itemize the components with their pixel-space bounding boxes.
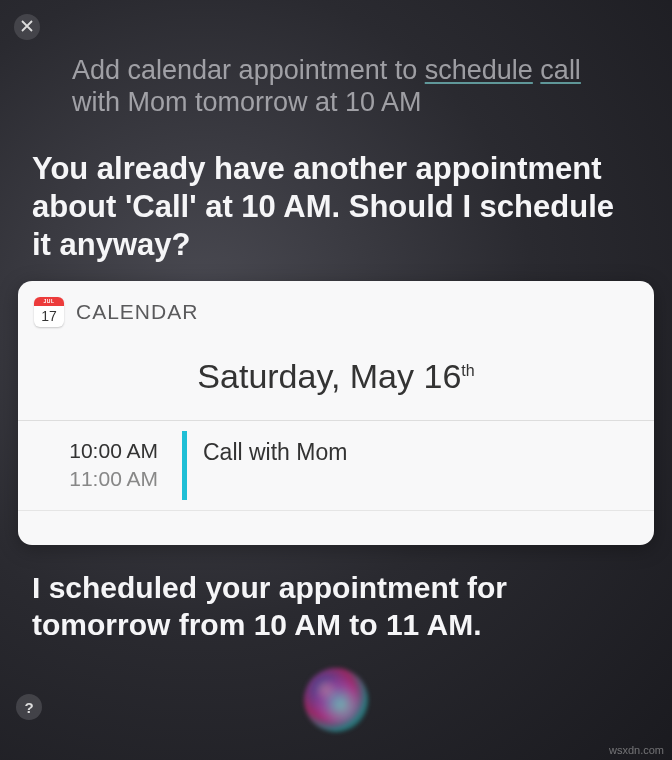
help-icon: ? (24, 699, 33, 716)
query-suffix: with Mom tomorrow at 10 AM (72, 87, 422, 117)
query-prefix: Add calendar appointment to (72, 55, 425, 85)
calendar-date-heading: Saturday, May 16th (18, 341, 654, 421)
siri-orb-icon (304, 668, 368, 732)
card-footer-spacer (18, 511, 654, 545)
siri-confirmation-message: I scheduled your appointment for tomorro… (32, 570, 624, 643)
siri-orb-button[interactable] (304, 668, 368, 732)
calendar-icon: JUL 17 (34, 297, 64, 327)
event-title: Call with Mom (187, 421, 347, 510)
query-keyword-call[interactable]: call (540, 55, 581, 85)
close-button[interactable] (14, 14, 40, 40)
close-icon (21, 18, 33, 36)
user-query-text: Add calendar appointment to schedule cal… (72, 54, 612, 119)
calendar-date-main: Saturday, May 16 (197, 357, 461, 395)
help-button[interactable]: ? (16, 694, 42, 720)
query-keyword-schedule[interactable]: schedule (425, 55, 533, 85)
calendar-icon-day: 17 (34, 306, 64, 326)
event-time-column: 10:00 AM 11:00 AM (18, 421, 170, 510)
calendar-date-ordinal: th (461, 362, 474, 379)
event-end-time: 11:00 AM (18, 467, 158, 491)
calendar-title: CALENDAR (76, 300, 198, 324)
calendar-card-header: JUL 17 CALENDAR (18, 281, 654, 341)
event-start-time: 10:00 AM (18, 439, 158, 463)
calendar-card: JUL 17 CALENDAR Saturday, May 16th 10:00… (18, 281, 654, 545)
siri-conflict-message: You already have another appointment abo… (32, 150, 624, 263)
watermark-text: wsxdn.com (609, 744, 664, 756)
calendar-icon-month: JUL (34, 297, 64, 306)
calendar-event-row[interactable]: 10:00 AM 11:00 AM Call with Mom (18, 421, 654, 511)
